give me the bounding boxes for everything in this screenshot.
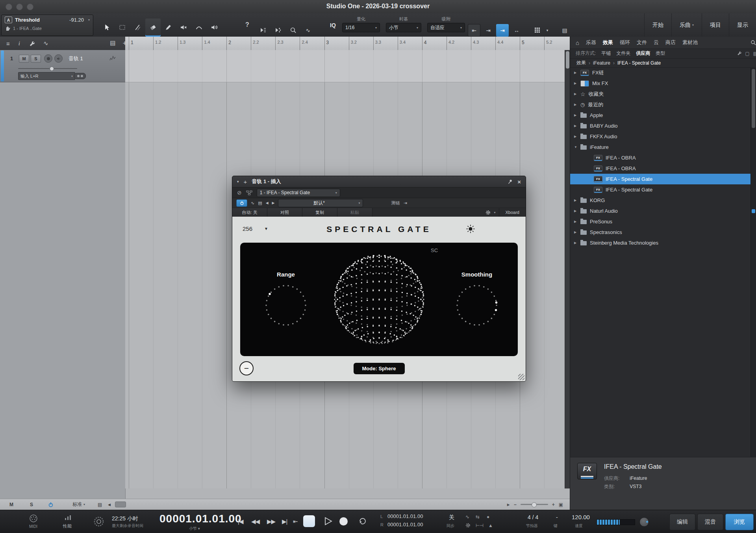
plugin-window[interactable]: ▾ + 音轨 1 - 插入 × ⊘ 1 - IFEA - Spectral Ga…: [232, 176, 526, 382]
tab-pool[interactable]: 素材池: [682, 39, 698, 46]
mute-button[interactable]: M: [19, 55, 29, 63]
performance-label[interactable]: 性能: [63, 523, 72, 529]
sort-folder[interactable]: 文件夹: [616, 50, 630, 57]
settings-gear-icon[interactable]: [465, 523, 471, 528]
routing-icon[interactable]: [246, 190, 252, 196]
resize-handle[interactable]: [518, 374, 524, 380]
return-to-start-button[interactable]: ⇤: [293, 518, 298, 525]
plugin-window-titlebar[interactable]: ▾ + 音轨 1 - 插入 ×: [232, 176, 526, 188]
tree-item[interactable]: ▶KORG: [570, 195, 751, 206]
play-button[interactable]: [323, 516, 333, 526]
zoom-slider[interactable]: [521, 504, 548, 505]
tab-effects[interactable]: 效果: [603, 39, 613, 46]
add-insert-button[interactable]: +: [244, 178, 247, 185]
automation-mode-icon[interactable]: A: [5, 17, 12, 23]
mix-view-button[interactable]: 混音: [697, 514, 723, 530]
horizontal-follow-button[interactable]: ↔: [510, 24, 523, 37]
track-row[interactable]: 1 M S 音轨 1 输入 L+R▾: [0, 50, 125, 82]
zoom-fit-icon[interactable]: ▣: [559, 502, 563, 507]
list-view-icon[interactable]: ▤: [753, 51, 756, 56]
collapse-button[interactable]: −: [239, 361, 254, 375]
sidechain-label[interactable]: 测链: [391, 200, 400, 206]
insert-slot-select[interactable]: 1 - IFEA - Spectral Gate▾: [257, 189, 340, 197]
track-name[interactable]: 音轨 1: [69, 55, 83, 62]
loop-button[interactable]: [358, 516, 368, 526]
record-arm-button[interactable]: [44, 54, 52, 63]
input-select[interactable]: 输入 L+R▾: [18, 72, 75, 80]
volume-slider-handle[interactable]: [50, 67, 54, 71]
metronome-icon[interactable]: ▲: [488, 523, 493, 528]
sync-label[interactable]: 同步: [447, 523, 454, 529]
scroll-right-icon[interactable]: ▶: [507, 503, 510, 507]
panel-toggle-icon[interactable]: ▢: [745, 51, 749, 56]
tree-item[interactable]: ▶BABY Audio: [570, 121, 751, 131]
show-page-button[interactable]: 显示: [729, 13, 756, 37]
zoom-in-icon[interactable]: +: [552, 502, 555, 507]
track-list-view-icon[interactable]: ▤: [110, 39, 115, 48]
tempo-value[interactable]: 120.00: [572, 514, 590, 520]
breadcrumb-effects[interactable]: 效果: [576, 59, 586, 66]
tree-item[interactable]: IFEA - OBRA: [570, 163, 751, 174]
preset-select[interactable]: 默认*▾: [278, 199, 363, 207]
chevron-right-icon[interactable]: ▶: [574, 82, 580, 85]
chevron-right-icon[interactable]: ▶: [574, 92, 580, 96]
fast-forward-button[interactable]: ▶▶: [267, 518, 275, 525]
monitor-button[interactable]: [54, 54, 63, 63]
tree-item[interactable]: ▶收藏夹: [570, 89, 751, 99]
macro-icon[interactable]: ∿: [302, 24, 314, 37]
tree-item[interactable]: ▼iFeature: [570, 142, 751, 152]
loop-end-value[interactable]: 00001.01.01.00: [387, 522, 423, 527]
precount-icon[interactable]: ●: [487, 514, 489, 520]
tree-item[interactable]: ▶最近的: [570, 99, 751, 110]
start-page-button[interactable]: 开始: [644, 13, 671, 37]
vertical-scrollbar[interactable]: [565, 50, 570, 488]
keep-cursor-visible-button[interactable]: ⇤: [468, 24, 480, 37]
zoom-slider-handle[interactable]: [532, 502, 537, 507]
browser-scrollbar-thumb[interactable]: [752, 69, 755, 128]
waveform-display-icon[interactable]: ∿: [465, 514, 469, 520]
previous-marker-button[interactable]: |◀: [238, 518, 243, 525]
bypass-all-icon[interactable]: ⊘: [237, 189, 242, 196]
prev-preset-icon[interactable]: ◀: [266, 201, 269, 205]
chevron-right-icon[interactable]: ▶: [574, 241, 580, 245]
browser-scrollbar[interactable]: [750, 67, 756, 457]
copy-button[interactable]: 复制: [302, 208, 337, 217]
snap-select[interactable]: 自适应▾: [427, 23, 465, 32]
project-page-button[interactable]: 项目: [702, 13, 729, 37]
inspector-icon[interactable]: i: [19, 40, 20, 47]
transform-track-icon[interactable]: [257, 24, 269, 37]
time-signature[interactable]: 4 / 4: [528, 514, 538, 520]
chevron-right-icon[interactable]: ▶: [574, 230, 580, 234]
scroll-back-button[interactable]: ⇥: [482, 24, 495, 37]
tree-item[interactable]: ▶PreSonus: [570, 216, 751, 227]
range-knob[interactable]: [262, 282, 309, 329]
arrow-tool-button[interactable]: [99, 19, 115, 37]
vertical-scrollbar-thumb[interactable]: [566, 51, 569, 69]
range-tool-button[interactable]: [115, 19, 130, 37]
search-icon[interactable]: [750, 40, 756, 45]
time-unit-select[interactable]: 小节 ▾: [189, 526, 200, 531]
key-value[interactable]: -: [556, 514, 558, 520]
tree-item[interactable]: ▶Steinberg Media Technologies: [570, 238, 751, 248]
listen-tool-button[interactable]: [207, 19, 222, 37]
sort-type[interactable]: 类型: [656, 50, 665, 57]
song-page-button[interactable]: 乐曲▾: [671, 13, 702, 37]
edit-view-button[interactable]: 编辑: [669, 514, 695, 530]
breadcrumb-vendor[interactable]: iFeature: [593, 60, 610, 66]
tree-item[interactable]: ▶Mix FX: [570, 78, 751, 89]
tab-loops[interactable]: 循环: [620, 39, 630, 46]
tree-item[interactable]: ▶FKFX Audio: [570, 131, 751, 142]
autoscroll-button[interactable]: ⇥: [496, 24, 509, 37]
xboard-button[interactable]: Xboard: [499, 208, 526, 217]
pan-control[interactable]: [74, 73, 86, 79]
chevron-right-icon[interactable]: ▶: [574, 220, 580, 223]
automation-toggle[interactable]: 自动: 关: [232, 208, 267, 217]
track-list-menu-icon[interactable]: ≡: [6, 40, 10, 47]
brightness-icon[interactable]: [465, 224, 476, 234]
horizontal-scrollbar-thumb[interactable]: [115, 499, 126, 510]
tree-item[interactable]: ▶Apple: [570, 110, 751, 121]
tab-cloud[interactable]: 云: [654, 39, 659, 46]
punch-io-icon[interactable]: ⇆: [476, 514, 479, 520]
chevron-right-icon[interactable]: ▶: [574, 113, 580, 117]
tree-item[interactable]: IFEA - OBRA: [570, 152, 751, 163]
